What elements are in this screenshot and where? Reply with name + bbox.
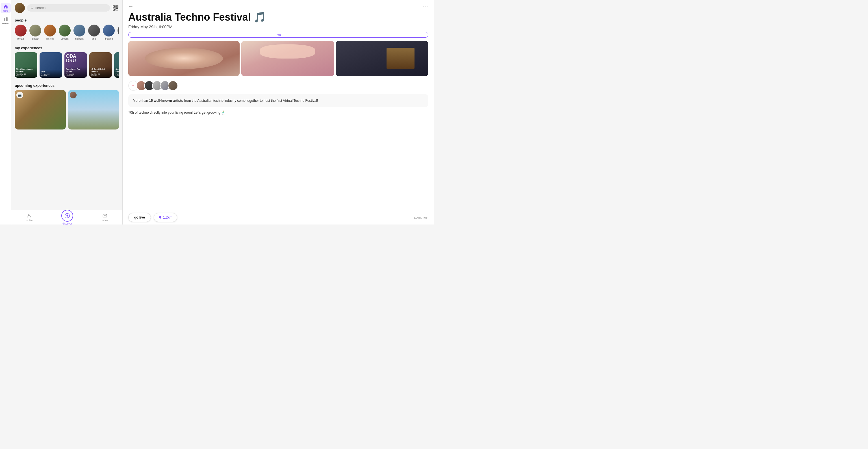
my-experiences-title: my experiences — [15, 46, 119, 50]
more-options-button[interactable]: ··· — [423, 3, 428, 9]
sidebar-home-label: home — [3, 10, 8, 12]
person-sidhant[interactable]: sidhant — [73, 25, 85, 40]
distance-text: 1.2km — [163, 215, 173, 219]
nav-profile-label: profile — [26, 219, 33, 222]
discover-button[interactable] — [61, 210, 73, 222]
person-avatar — [103, 25, 115, 36]
svg-rect-13 — [117, 10, 118, 10]
svg-rect-1 — [6, 17, 7, 21]
exp-date: Sat, May 238:40PM — [91, 73, 111, 77]
nav-profile[interactable]: profile — [23, 212, 36, 223]
about-host-link[interactable]: about host — [414, 216, 428, 219]
upcoming-experiences-section: upcoming experiences 📷 — [11, 81, 122, 132]
left-panel: people rohan ishaan nishith vikrant sidh… — [11, 0, 122, 224]
person-ishaan[interactable]: ishaan — [29, 25, 41, 40]
person-nishith[interactable]: nishith — [44, 25, 56, 40]
profile-icon — [27, 213, 32, 218]
people-title: people — [15, 18, 119, 22]
svg-line-3 — [33, 8, 33, 9]
photo-grid — [123, 39, 434, 78]
exp-title: Live — [41, 71, 61, 73]
svg-point-14 — [28, 214, 30, 216]
left-header — [11, 0, 122, 16]
user-avatar[interactable] — [15, 3, 25, 13]
upcoming-badge: 📷 — [17, 92, 23, 98]
person-name: sidhant — [75, 37, 83, 40]
sidebar-item-home[interactable]: home — [1, 3, 11, 13]
exp-card-sweetheart[interactable]: ODADRU Sweetheart For SAATH Fri, May 221… — [64, 52, 87, 78]
right-panel: ← ··· Australia Techno Festival 🎵 Friday… — [123, 0, 434, 224]
person-name: rohan — [17, 37, 24, 40]
back-button[interactable]: ← — [128, 3, 133, 9]
bottom-nav: profile discover inbox — [11, 210, 122, 224]
bottom-action-bar: go live 1.2km about host — [123, 210, 434, 224]
distance-badge[interactable]: 1.2km — [154, 213, 177, 222]
person-jihaann[interactable]: jihaann — [103, 25, 115, 40]
person-avatar — [44, 25, 56, 36]
exp-date: Fri, May 228:23PM — [41, 73, 61, 77]
search-input[interactable] — [35, 6, 106, 10]
svg-rect-12 — [116, 10, 117, 10]
exp-card-sharekaro[interactable]: The #ShareKaro... Festival Mon, May 185:… — [15, 52, 37, 78]
search-bar[interactable] — [27, 4, 110, 11]
exp-title: Sweetheart For SAATH — [66, 68, 86, 73]
exp-date: Fri, May 2210:00PM — [66, 73, 86, 77]
person-avatar — [73, 25, 85, 36]
person-rohan[interactable]: rohan — [15, 25, 27, 40]
inbox-icon — [102, 213, 107, 218]
sidebar-item-stands[interactable]: stands — [1, 16, 11, 26]
person-vedant[interactable]: vedant — [118, 25, 119, 40]
person-avatar — [118, 25, 119, 36]
person-avatar — [88, 25, 100, 36]
upcoming-avatar-badge — [70, 92, 76, 98]
exp-card-la-artist[interactable]: LA Artist Relief Festival Sat, May 238:4… — [89, 52, 112, 78]
nav-discover[interactable]: discover — [59, 209, 76, 225]
exp-card-australia[interactable]: Australia Techno Festival Fri, May 296:0… — [114, 52, 119, 78]
person-anai[interactable]: anai — [88, 25, 100, 40]
attendees-row: •• — [123, 78, 434, 93]
location-icon — [158, 216, 162, 219]
event-photo-1[interactable] — [128, 41, 240, 76]
people-section: people rohan ishaan nishith vikrant sidh… — [11, 16, 122, 43]
sidebar: home stands — [0, 0, 11, 224]
nav-inbox[interactable]: inbox — [99, 212, 111, 223]
upcoming-card-kids[interactable]: 📷 — [15, 90, 66, 129]
person-name: jihaann — [104, 37, 113, 40]
event-photo-3[interactable] — [336, 41, 428, 76]
upcoming-card-sky[interactable] — [68, 90, 119, 129]
svg-rect-5 — [114, 6, 115, 7]
experiences-scroll[interactable]: The #ShareKaro... Festival Mon, May 185:… — [15, 52, 119, 79]
exp-title: LA Artist Relief Festival — [91, 68, 111, 73]
discover-icon — [64, 213, 70, 219]
exp-title: The #ShareKaro... Festival — [16, 68, 36, 73]
svg-rect-0 — [4, 19, 5, 21]
attendees-container: •• — [128, 81, 178, 91]
event-description: More than 15 well-known artists from the… — [128, 94, 428, 107]
exp-date: Mon, May 185:03AM — [16, 73, 36, 77]
sidebar-stands-label: stands — [2, 22, 9, 25]
go-live-button[interactable]: go live — [128, 213, 151, 222]
people-scroll[interactable]: rohan ishaan nishith vikrant sidhant ana… — [15, 25, 119, 41]
person-name: nishith — [46, 37, 54, 40]
person-avatar — [15, 25, 27, 36]
person-name: vikrant — [61, 37, 69, 40]
svg-point-16 — [66, 215, 68, 217]
person-avatar — [59, 25, 71, 36]
info-badge[interactable]: info — [128, 32, 428, 38]
svg-rect-11 — [117, 8, 118, 9]
person-avatar — [29, 25, 41, 36]
person-name: ishaan — [32, 37, 39, 40]
qr-code-button[interactable] — [112, 4, 119, 11]
right-header: ← ··· — [123, 0, 434, 11]
person-vikrant[interactable]: vikrant — [59, 25, 71, 40]
exp-card-live[interactable]: Live Fri, May 228:23PM — [39, 52, 62, 78]
event-photo-2[interactable] — [241, 41, 334, 76]
svg-rect-7 — [116, 6, 118, 7]
search-icon — [31, 6, 34, 10]
nav-inbox-label: inbox — [102, 219, 108, 222]
my-experiences-section: my experiences The #ShareKaro... Festiva… — [11, 43, 122, 81]
attendee-avatar-5[interactable] — [168, 81, 178, 91]
person-name: anai — [92, 37, 96, 40]
upcoming-experiences-title: upcoming experiences — [15, 83, 119, 88]
svg-point-2 — [31, 7, 33, 9]
